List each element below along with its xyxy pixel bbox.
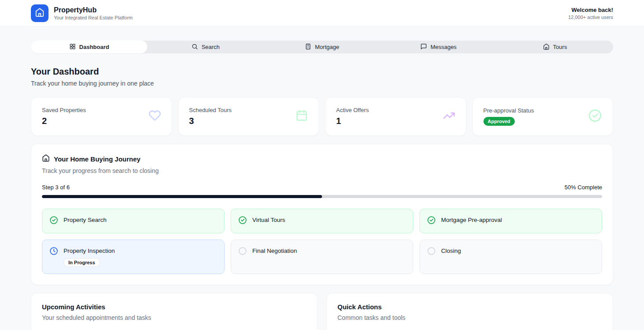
approved-status-badge: Approved (483, 117, 515, 126)
app-logo (31, 4, 49, 22)
welcome-text: Welcome back! (568, 7, 613, 13)
tab-dashboard[interactable]: Dashboard (31, 41, 147, 53)
tab-label: Dashboard (79, 44, 109, 50)
circle-icon (238, 247, 247, 257)
stat-card-active-offers: Active Offers 1 (325, 97, 466, 136)
stat-card-preapproval-status: Pre-approval Status Approved (472, 97, 614, 136)
stat-value: 3 (189, 116, 232, 126)
circle-icon (427, 247, 436, 257)
check-circle-icon (49, 216, 58, 226)
page-title: Your Dashboard (31, 67, 613, 77)
journey-step-text: Step 3 of 6 (42, 184, 70, 191)
tab-mortgage[interactable]: Mortgage (264, 41, 380, 53)
active-users-count: 12,000+ active users (568, 15, 613, 20)
step-property-search[interactable]: Property Search (42, 209, 225, 233)
main-nav-tabs: Dashboard Search Mortgage Messages Tours (31, 41, 613, 53)
home-buying-journey-card: Your Home Buying Journey Track your prog… (31, 144, 613, 285)
check-circle-icon (238, 216, 247, 226)
tab-label: Mortgage (315, 44, 339, 50)
stat-card-scheduled-tours: Scheduled Tours 3 (178, 97, 319, 136)
panel-title: Quick Actions (337, 303, 602, 311)
heart-icon (149, 109, 161, 124)
step-mortgage-preapproval[interactable]: Mortgage Pre-approval (419, 209, 602, 233)
step-label: Final Negotiation (252, 247, 297, 254)
check-circle-icon (427, 216, 436, 226)
tab-messages[interactable]: Messages (380, 41, 497, 53)
step-label: Closing (441, 247, 461, 254)
stat-value: 1 (336, 116, 369, 126)
step-label: Virtual Tours (252, 216, 285, 223)
step-virtual-tours[interactable]: Virtual Tours (231, 209, 413, 233)
stat-label: Active Offers (336, 107, 369, 113)
journey-title: Your Home Buying Journey (54, 155, 140, 163)
journey-progress-bar (42, 195, 602, 198)
panel-subtitle: Your scheduled appointments and tasks (42, 314, 307, 321)
tab-label: Messages (431, 44, 457, 50)
calculator-icon (305, 43, 311, 51)
brand: PropertyHub Your Integrated Real Estate … (31, 4, 133, 22)
panel-subtitle: Common tasks and tools (337, 314, 602, 321)
step-final-negotiation[interactable]: Final Negotiation (231, 240, 413, 274)
stat-value: 2 (42, 116, 86, 126)
tab-search[interactable]: Search (147, 41, 264, 53)
tab-label: Tours (553, 44, 567, 50)
journey-steps-grid: Property Search Virtual Tours Mortgage P… (42, 209, 602, 274)
journey-complete-text: 50% Complete (565, 184, 602, 191)
message-square-icon (420, 43, 427, 51)
app-header: PropertyHub Your Integrated Real Estate … (0, 0, 644, 26)
calendar-icon (296, 109, 308, 124)
stat-label: Scheduled Tours (189, 107, 232, 113)
upcoming-activities-panel: Upcoming Activities Your scheduled appoi… (31, 293, 318, 330)
trending-up-icon (443, 109, 455, 124)
step-closing[interactable]: Closing (419, 240, 602, 274)
home-icon (42, 154, 50, 164)
stat-card-saved-properties: Saved Properties 2 (31, 97, 172, 136)
quick-actions-panel: Quick Actions Common tasks and tools Sch… (326, 293, 613, 330)
tab-tours[interactable]: Tours (497, 41, 613, 53)
stat-label: Saved Properties (42, 107, 86, 113)
stat-cards-row: Saved Properties 2 Scheduled Tours 3 Act… (31, 97, 613, 136)
page-subtitle: Track your home buying journey in one pl… (31, 80, 613, 87)
clock-icon (49, 247, 58, 257)
panel-title: Upcoming Activities (42, 303, 307, 311)
home-icon (35, 8, 45, 19)
step-property-inspection[interactable]: Property Inspection In Progress (42, 240, 225, 274)
stat-label: Pre-approval Status (483, 107, 534, 114)
journey-progress-fill (42, 195, 322, 198)
app-tagline: Your Integrated Real Estate Platform (54, 15, 133, 20)
dashboard-grid-icon (69, 43, 76, 51)
tab-label: Search (202, 44, 220, 50)
step-label: Mortgage Pre-approval (441, 216, 502, 223)
journey-subtitle: Track your progress from search to closi… (42, 167, 602, 174)
app-title: PropertyHub (54, 6, 133, 14)
step-label: Property Search (64, 216, 107, 223)
in-progress-badge: In Progress (64, 258, 100, 267)
check-circle-icon (588, 109, 602, 124)
step-label: Property Inspection (64, 247, 115, 254)
search-icon (191, 43, 198, 51)
home-icon (543, 43, 550, 51)
